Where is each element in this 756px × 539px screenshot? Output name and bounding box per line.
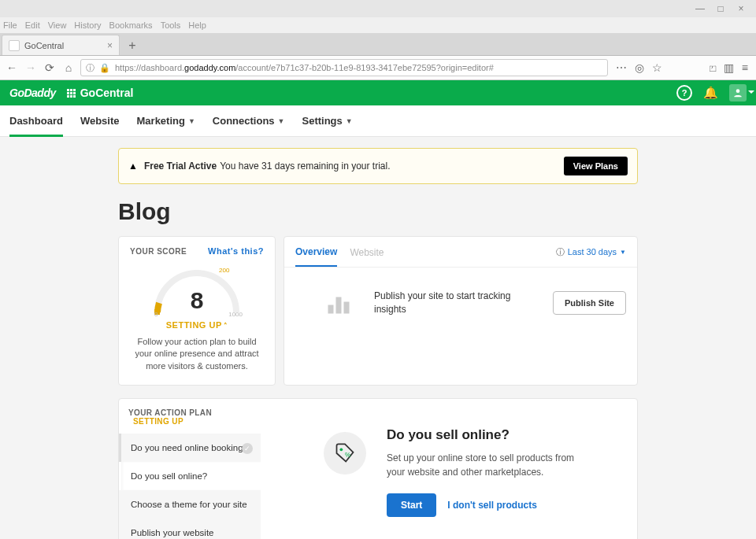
nav-dashboard[interactable]: Dashboard [9,105,63,136]
gauge-tick-min: 0 [154,311,158,318]
score-value: 8 [150,287,244,314]
date-range-picker[interactable]: ⓘ Last 30 days ▼ [556,246,626,258]
overview-card: Overview Website ⓘ Last 30 days ▼ Publis… [284,236,638,386]
os-menubar: File Edit View History Bookmarks Tools H… [0,17,756,33]
godaddy-logo[interactable]: GoDaddy [9,87,56,99]
score-label: YOUR SCORE [130,247,187,256]
nav-back-icon[interactable]: ← [5,61,19,75]
plan-step-booking[interactable]: Do you need online booking? ✓ [119,434,261,462]
plan-label: YOUR ACTION PLAN [128,408,212,417]
account-menu[interactable] [729,84,747,102]
banner-text: You have 31 days remaining in your trial… [220,161,390,172]
tab-close-icon[interactable]: × [107,40,113,51]
window-minimize-icon[interactable]: — [690,3,710,14]
plan-detail-text: Set up your online store to sell product… [387,451,591,479]
favicon-icon [9,40,20,51]
browser-toolbar: ← → ⟳ ⌂ ⓘ 🔒 https://dashboard.godaddy.co… [0,55,756,80]
plan-step-theme[interactable]: Choose a theme for your site [119,490,261,519]
page-title: Blog [118,198,638,225]
chevron-down-icon: ▼ [620,249,626,256]
menu-view[interactable]: View [48,20,67,30]
url-prefix: https://dashboard. [115,63,184,72]
nav-forward-icon[interactable]: → [24,61,38,75]
score-card: YOUR SCORE What's this? 8 0 200 1000 SET… [118,236,276,386]
svg-rect-3 [336,297,341,313]
score-status[interactable]: SETTING UP˄ [130,320,264,330]
gauge-tick-max: 1000 [228,311,243,318]
tab-title: GoCentral [24,41,64,50]
menu-tools[interactable]: Tools [161,20,181,30]
tab-website[interactable]: Website [350,238,384,266]
page-viewport: GoDaddy GoCentral ? 🔔 Dashboard Website … [0,80,756,539]
help-icon[interactable]: ? [676,85,692,101]
view-plans-button[interactable]: View Plans [564,157,628,175]
window-maximize-icon[interactable]: □ [710,3,731,14]
lock-icon: 🔒 [99,63,110,73]
score-gauge: 8 0 200 1000 [150,265,244,320]
bookmark-star-icon[interactable]: ☆ [652,61,662,74]
user-icon [732,87,743,98]
bar-chart-icon [327,291,358,315]
start-button[interactable]: Start [387,493,436,517]
nav-marketing[interactable]: Marketing▼ [137,105,195,136]
nav-settings[interactable]: Settings▼ [302,105,353,136]
url-domain: godaddy.com [184,63,235,72]
product-switcher[interactable]: GoCentral [67,87,134,99]
skip-link[interactable]: I don't sell products [447,500,537,511]
svg-point-0 [736,89,740,93]
menu-bookmarks[interactable]: Bookmarks [109,20,153,30]
price-tag-icon: % [324,432,366,474]
score-description: Follow your action plan to build your on… [130,336,264,372]
chevron-down-icon: ▼ [278,117,285,125]
new-tab-button[interactable]: + [123,36,142,55]
app-header: GoDaddy GoCentral ? 🔔 [0,80,756,105]
menu-help[interactable]: Help [188,20,206,30]
trial-banner: ▲ Free Trial Active You have 31 days rem… [118,148,638,184]
plan-step-sell-online[interactable]: Do you sell online? [119,462,261,490]
notifications-icon[interactable]: 🔔 [703,86,718,100]
tab-overview[interactable]: Overview [295,237,337,267]
plan-step-publish[interactable]: Publish your website [119,519,261,539]
reader-icon[interactable]: ◎ [635,61,644,74]
action-plan-detail: % Do you sell online? Set up your online… [261,399,637,539]
plan-detail-title: Do you sell online? [387,427,591,443]
nav-website[interactable]: Website [80,105,120,136]
overview-message: Publish your site to start tracking insi… [374,290,537,316]
svg-text:%: % [345,452,350,459]
library-icon[interactable]: ⏍ [710,61,716,74]
browser-tab[interactable]: GoCentral × [2,35,120,55]
app-menu-icon[interactable]: ≡ [742,61,748,74]
score-help-link[interactable]: What's this? [208,246,264,256]
publish-site-button[interactable]: Publish Site [553,291,626,315]
check-icon: ✓ [242,443,253,454]
chevron-down-icon: ▼ [188,117,195,125]
svg-point-5 [339,449,343,452]
action-plan-steps: YOUR ACTION PLAN SETTING UP Do you need … [119,399,261,539]
product-name: GoCentral [80,87,134,99]
banner-title: Free Trial Active [144,161,217,172]
nav-connections[interactable]: Connections▼ [213,105,285,136]
gauge-tick-mid: 200 [219,267,229,274]
nav-home-icon[interactable]: ⌂ [61,61,76,75]
warning-icon: ▲ [128,161,138,172]
nav-reload-icon[interactable]: ⟳ [43,61,57,75]
svg-rect-2 [328,305,333,313]
url-path: /account/e7b71c37-b20b-11e9-8193-3417ebe… [235,63,494,72]
chevron-up-icon: ˄ [224,322,228,330]
window-close-icon[interactable]: × [731,3,751,14]
menu-edit[interactable]: Edit [25,20,40,30]
browser-tab-bar: GoCentral × + [0,33,756,55]
apps-grid-icon [67,89,76,98]
svg-rect-4 [344,302,349,313]
plan-status: SETTING UP [133,417,183,426]
menu-history[interactable]: History [74,20,101,30]
menu-file[interactable]: File [3,20,17,30]
site-info-icon[interactable]: ⓘ [86,62,94,74]
sub-nav: Dashboard Website Marketing▼ Connections… [0,105,756,137]
action-plan-card: YOUR ACTION PLAN SETTING UP Do you need … [118,398,638,539]
sidebar-icon[interactable]: ▥ [724,61,734,74]
page-actions-icon[interactable]: ⋯ [616,61,627,74]
address-bar[interactable]: ⓘ 🔒 https://dashboard.godaddy.com/accoun… [80,59,608,76]
chevron-down-icon: ▼ [346,117,353,125]
info-icon: ⓘ [556,246,565,258]
